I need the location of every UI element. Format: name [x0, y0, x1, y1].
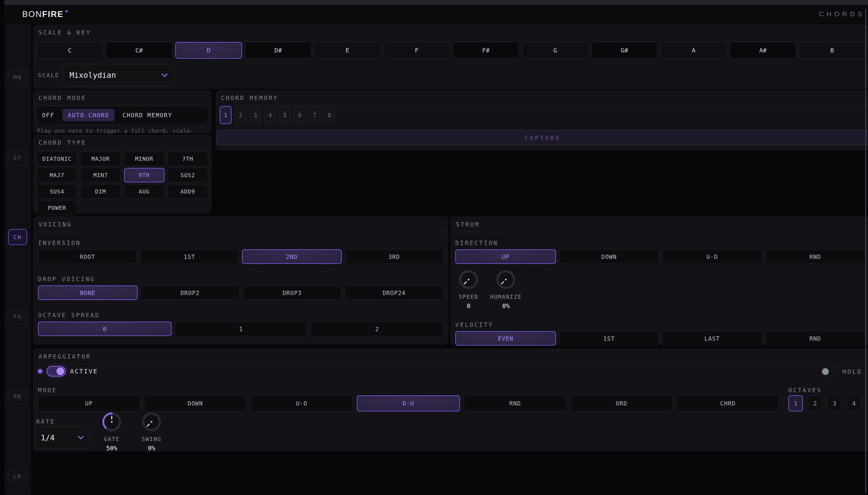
octave-spread-1[interactable]: 1 — [175, 322, 308, 336]
memory-slot-7[interactable]: 7 — [309, 106, 320, 124]
chord-mode-chord-memory[interactable]: CHORD MEMORY — [122, 112, 172, 119]
chord-type-aug[interactable]: AUG — [124, 184, 165, 199]
memory-slot-1[interactable]: 1 — [220, 106, 232, 124]
sidebar-item-pr[interactable]: PR — [8, 389, 27, 405]
key-f[interactable]: F — [384, 42, 450, 58]
key-b[interactable]: B — [799, 42, 865, 58]
chord-type-sus4[interactable]: SUS4 — [37, 184, 77, 199]
direction-u-d[interactable]: U-D — [662, 249, 762, 264]
mode-rnd[interactable]: RND — [464, 395, 566, 411]
memory-slot-5[interactable]: 5 — [279, 106, 291, 124]
chord-mode-auto-chord[interactable]: AUTO CHORD — [62, 109, 114, 121]
octaves-4[interactable]: 4 — [847, 395, 861, 411]
gate-knob-label: GATE — [104, 436, 119, 442]
sidebar-item-lk[interactable]: LK — [8, 468, 27, 484]
velocity-even[interactable]: EVEN — [455, 331, 556, 346]
chord-type-add9[interactable]: ADD9 — [168, 184, 208, 199]
active-toggle[interactable] — [47, 366, 66, 376]
chord-type-min7[interactable]: MIN7 — [80, 168, 121, 182]
voicing-title: VOICING — [34, 217, 448, 232]
rate-label: RATE — [36, 418, 55, 425]
key-c-sharp[interactable]: C# — [106, 42, 172, 58]
active-label: ACTIVE — [70, 368, 98, 375]
chord-type-maj7[interactable]: MAJ7 — [37, 168, 77, 182]
chord-type-sus2[interactable]: SUS2 — [168, 168, 208, 182]
sidebar-item-fx[interactable]: FX — [8, 309, 27, 325]
inversion-1st[interactable]: 1ST — [140, 249, 239, 264]
chord-type-diatonic[interactable]: DIATONIC — [37, 152, 77, 166]
chord-type-power[interactable]: POWER — [37, 201, 77, 215]
gate-knob[interactable] — [102, 412, 121, 431]
chord-type-title: CHORD TYPE — [34, 135, 211, 150]
octaves-2[interactable]: 2 — [808, 395, 822, 411]
arpeggiator-title: ARPEGGIATOR — [34, 349, 868, 364]
hold-toggle[interactable] — [820, 366, 838, 376]
key-selector: C C# D D# E F F# G G# A A# B — [37, 42, 865, 58]
inversion-2nd[interactable]: 2ND — [242, 249, 342, 264]
inversion-root[interactable]: ROOT — [38, 249, 137, 264]
chord-type-minor[interactable]: MINOR — [124, 152, 165, 166]
scale-key-title: SCALE & KEY — [34, 25, 868, 40]
scale-key-panel: SCALE & KEY C C# D D# E F F# G G# A A# B… — [33, 25, 868, 89]
rate-dropdown[interactable]: 1/4 — [35, 427, 90, 448]
direction-down[interactable]: DOWN — [559, 249, 659, 264]
speed-knob[interactable] — [459, 270, 478, 289]
memory-slot-8[interactable]: 8 — [323, 106, 335, 124]
key-e[interactable]: E — [314, 42, 380, 58]
chord-mode-segmented: OFF AUTO CHORD CHORD MEMORY — [37, 106, 208, 124]
direction-up[interactable]: UP — [455, 249, 556, 264]
chord-mode-off[interactable]: OFF — [42, 112, 54, 119]
chord-type-dim[interactable]: DIM — [80, 184, 121, 199]
key-c[interactable]: C — [37, 42, 103, 58]
mode-u-d[interactable]: U-D — [250, 395, 353, 411]
sidebar-item-ch[interactable]: CH — [8, 229, 27, 245]
mode-up[interactable]: UP — [38, 395, 140, 411]
key-g[interactable]: G — [522, 42, 588, 58]
window-top-strip — [4, 0, 868, 5]
octaves-3[interactable]: 3 — [827, 395, 842, 411]
scale-dropdown[interactable]: Mixolydian — [64, 64, 174, 86]
key-d-sharp[interactable]: D# — [245, 42, 311, 58]
key-g-sharp[interactable]: G# — [592, 42, 658, 58]
direction-rnd[interactable]: RND — [765, 249, 865, 264]
chord-mode-panel: CHORD MODE OFF AUTO CHORD CHORD MEMORY P… — [33, 90, 211, 133]
mode-ord[interactable]: ORD — [571, 395, 673, 411]
drop-drop3[interactable]: DROP3 — [243, 286, 342, 300]
key-a[interactable]: A — [661, 42, 727, 58]
velocity-1st[interactable]: 1ST — [559, 331, 659, 346]
key-f-sharp[interactable]: F# — [453, 42, 519, 58]
key-a-sharp[interactable]: A# — [730, 42, 796, 58]
memory-slot-3[interactable]: 3 — [250, 106, 261, 124]
strum-title: STRUM — [451, 217, 868, 232]
octaves-1[interactable]: 1 — [788, 395, 803, 411]
memory-slot-2[interactable]: 2 — [235, 106, 246, 124]
inversion-3rd[interactable]: 3RD — [345, 249, 444, 264]
chord-type-major[interactable]: MAJOR — [80, 152, 121, 166]
memory-slot-4[interactable]: 4 — [264, 106, 276, 124]
mode-down[interactable]: DOWN — [144, 395, 246, 411]
active-row: ACTIVE — [38, 366, 98, 376]
chord-type-9th[interactable]: 9TH — [124, 168, 165, 182]
octave-spread-2[interactable]: 2 — [310, 322, 444, 336]
velocity-rnd[interactable]: RND — [765, 331, 865, 346]
humanize-knob[interactable] — [496, 270, 515, 289]
memory-slot-6[interactable]: 6 — [294, 106, 306, 124]
sidebar-item-sy[interactable]: SY — [8, 149, 27, 166]
mode-d-u[interactable]: D-U — [357, 395, 460, 411]
vertical-scrollbar[interactable] — [865, 8, 866, 493]
chord-type-7th[interactable]: 7TH — [168, 152, 208, 166]
sidebar-item-mn[interactable]: MN — [8, 69, 27, 85]
scale-row: SCALE Mixolydian — [38, 64, 868, 86]
drop-drop24[interactable]: DROP24 — [345, 286, 444, 300]
drop-none[interactable]: NONE — [38, 286, 138, 300]
mode-chrd[interactable]: CHRD — [677, 395, 779, 411]
brand-prefix: BON — [22, 10, 42, 19]
octaves-row: 1 2 3 4 — [788, 395, 861, 411]
drop-drop2[interactable]: DROP2 — [141, 286, 240, 300]
key-d[interactable]: D — [175, 42, 242, 58]
velocity-last[interactable]: LAST — [662, 331, 762, 346]
swing-knob[interactable] — [142, 412, 161, 431]
capture-button[interactable]: CAPTURE — [216, 130, 868, 145]
octave-spread-0[interactable]: 0 — [38, 322, 172, 336]
velocity-label: VELOCITY — [455, 321, 865, 328]
